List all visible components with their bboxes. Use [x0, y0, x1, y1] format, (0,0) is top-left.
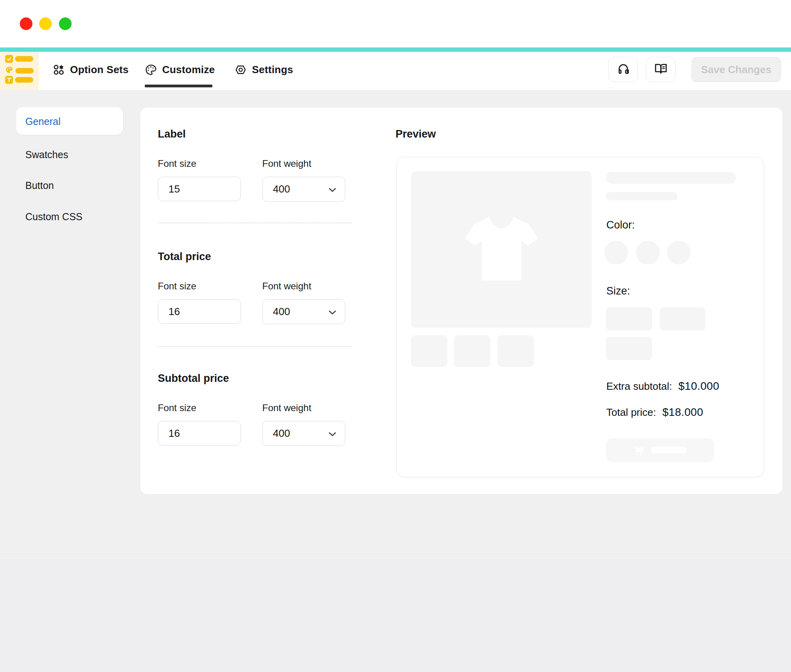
tab-label: Option Sets [70, 64, 129, 76]
open-book-icon [654, 62, 668, 77]
tab-label: Settings [252, 64, 293, 76]
font-weight-label: Font weight [262, 158, 311, 169]
window-minimize-button[interactable] [39, 17, 52, 30]
preview-color-label: Color: [606, 219, 635, 231]
product-title-placeholder [606, 172, 736, 184]
total-price-line: Total price: $18.000 [606, 406, 703, 419]
color-swatch[interactable] [667, 241, 691, 264]
product-image-placeholder [411, 171, 592, 328]
option-sets-icon [53, 64, 65, 76]
preview-title: Preview [396, 127, 436, 141]
settings-panel: Label Font size Font weight 400 Total pr… [140, 108, 782, 494]
section-divider [158, 223, 352, 223]
logo-checkbox-icon [5, 55, 13, 63]
font-size-label: Font size [158, 281, 196, 292]
font-weight-value: 400 [263, 427, 290, 440]
support-button[interactable] [608, 57, 638, 82]
window-zoom-button[interactable] [59, 17, 72, 30]
sidebar-item-swatches[interactable]: Swatches [25, 149, 68, 160]
logo-line [15, 68, 34, 74]
subtotal-price-font-size-input[interactable] [158, 421, 241, 445]
sidebar-item-general-label: General [25, 116, 61, 127]
product-thumbnail[interactable] [454, 335, 490, 367]
tab-customize[interactable]: Customize [145, 52, 215, 87]
section-divider [158, 346, 352, 347]
sidebar-item-custom-css[interactable]: Custom CSS [25, 211, 82, 223]
font-weight-value: 400 [263, 183, 290, 195]
window-close-button[interactable] [20, 17, 32, 30]
logo-line [15, 77, 33, 83]
add-to-cart-placeholder-button[interactable] [606, 438, 714, 462]
font-weight-label: Font weight [262, 402, 311, 413]
section-total-price: Total price Font size Font weight 400 [158, 250, 352, 263]
preview-card: Color: Size: Extra subtotal: $10.000 Tot… [396, 157, 764, 477]
extra-subtotal-value: $10.000 [678, 380, 719, 393]
font-size-label: Font size [158, 158, 196, 169]
save-changes-button[interactable]: Save Changes [691, 57, 781, 82]
window-titlebar [0, 0, 791, 47]
tab-settings[interactable]: Settings [235, 52, 293, 87]
total-price-label: Total price: [606, 406, 656, 419]
label-font-size-input[interactable] [158, 177, 241, 201]
total-price-value: $18.000 [662, 406, 703, 419]
settings-icon [235, 64, 247, 76]
size-option[interactable] [660, 307, 706, 330]
preview-size-label: Size: [606, 285, 630, 297]
palette-icon [145, 64, 157, 76]
font-size-label: Font size [158, 402, 196, 413]
accent-strip [0, 47, 791, 52]
save-changes-label: Save Changes [701, 64, 772, 76]
section-title: Subtotal price [158, 372, 352, 385]
extra-subtotal-line: Extra subtotal: $10.000 [606, 380, 719, 393]
tshirt-icon [462, 215, 541, 284]
subtotal-price-font-weight-select[interactable]: 400 [262, 421, 345, 446]
font-weight-label: Font weight [262, 281, 311, 292]
app-logo[interactable] [0, 52, 39, 90]
footer-background-band [0, 558, 791, 672]
product-thumbnail[interactable] [498, 335, 534, 367]
total-price-font-size-input[interactable] [158, 299, 241, 324]
font-weight-value: 400 [263, 306, 290, 318]
logo-text-icon [5, 76, 13, 84]
color-swatch[interactable] [636, 241, 660, 264]
section-label: Label Font size Font weight 400 [158, 127, 352, 141]
chevron-down-icon [329, 187, 336, 194]
product-thumbnail[interactable] [411, 335, 447, 367]
chevron-down-icon [329, 431, 336, 438]
color-swatch[interactable] [604, 241, 628, 264]
logo-palette-icon [5, 66, 13, 76]
headphones-icon [617, 62, 630, 77]
size-option[interactable] [606, 337, 652, 360]
sidebar-item-button[interactable]: Button [25, 180, 54, 191]
cart-button-text-placeholder [651, 447, 687, 453]
documentation-button[interactable] [646, 57, 676, 82]
label-font-weight-select[interactable]: 400 [262, 177, 345, 202]
app-header: Option Sets Customize Settings [0, 52, 791, 90]
section-title: Label [158, 127, 352, 141]
product-price-placeholder [606, 192, 677, 200]
chevron-down-icon [329, 310, 336, 317]
active-tab-underline [145, 85, 212, 87]
section-title: Total price [158, 250, 352, 263]
logo-line [15, 56, 33, 62]
total-price-font-weight-select[interactable]: 400 [262, 299, 345, 324]
extra-subtotal-label: Extra subtotal: [606, 380, 672, 393]
section-subtotal-price: Subtotal price Font size Font weight 400 [158, 372, 352, 385]
tab-label: Customize [162, 64, 215, 76]
tab-option-sets[interactable]: Option Sets [53, 52, 129, 87]
app-window: Option Sets Customize Settings [0, 0, 791, 672]
size-option[interactable] [606, 307, 652, 330]
